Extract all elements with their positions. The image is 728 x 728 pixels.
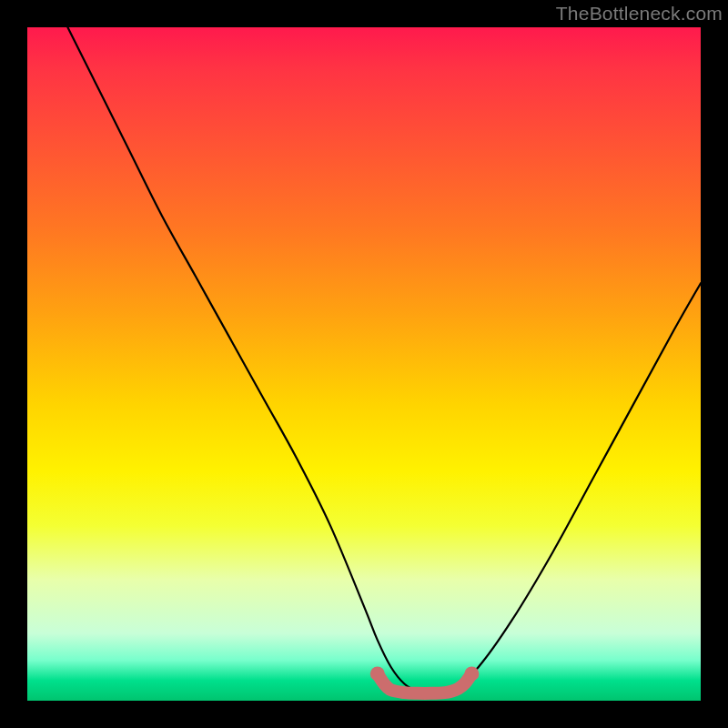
- plot-area: [27, 27, 701, 701]
- optimal-band: [378, 673, 472, 693]
- bottleneck-curve: [67, 27, 701, 693]
- chart-frame: TheBottleneck.com: [0, 0, 728, 728]
- optimal-band-end-dot: [464, 666, 479, 681]
- curve-layer: [27, 27, 701, 701]
- optimal-band-start-dot: [370, 666, 385, 681]
- watermark-text: TheBottleneck.com: [556, 3, 723, 25]
